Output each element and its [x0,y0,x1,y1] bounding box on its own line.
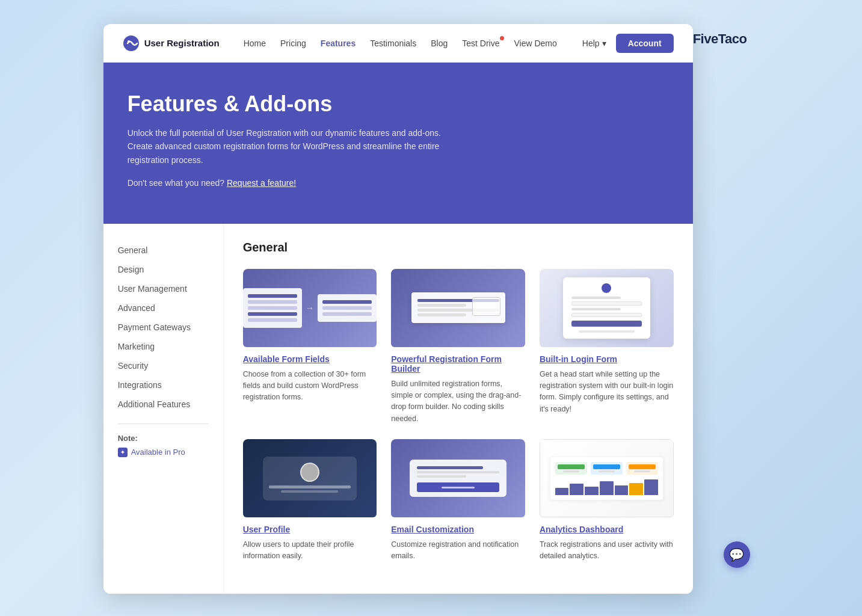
card-title-login-form[interactable]: Built-in Login Form [540,354,674,364]
card-desc-login-form: Get a head start while setting up the re… [540,369,674,416]
sidebar-pro-badge[interactable]: ✦ Available in Pro [118,448,209,457]
card-desc-form-builder: Build unlimited registration forms, simp… [391,378,525,425]
nav-home[interactable]: Home [244,38,266,48]
card-form-fields[interactable]: → Available Form Fields Choose from a co… [243,269,377,425]
test-drive-badge [500,36,504,40]
card-title-user-profile[interactable]: User Profile [243,525,377,534]
sidebar-item-payment-gateways[interactable]: Payment Gateways [118,318,209,337]
help-button[interactable]: Help ▾ [582,38,606,48]
card-image-form-fields: → [243,269,377,347]
main-window: User Registration Home Pricing Features … [103,24,693,594]
request-feature-link[interactable]: Request a feature! [227,178,296,188]
nav-features[interactable]: Features [321,38,356,48]
card-desc-form-fields: Choose from a collection of 30+ form fie… [243,369,377,404]
card-title-analytics[interactable]: Analytics Dashboard [540,525,674,534]
card-image-form-builder [391,269,525,347]
section-title: General [243,241,674,254]
svg-point-1 [128,40,130,43]
sidebar-item-user-management[interactable]: User Management [118,279,209,298]
card-title-form-builder[interactable]: Powerful Registration Form Builder [391,354,525,374]
fivetaco-brand: FiveTaco [693,24,759,49]
email-mock [391,439,525,517]
card-title-email[interactable]: Email Customization [391,525,525,534]
navbar: User Registration Home Pricing Features … [103,24,693,63]
nav-test-drive[interactable]: Test Drive [462,38,499,48]
logo-text: User Registration [144,38,220,48]
card-user-profile[interactable]: User Profile Allow users to update their… [243,439,377,562]
hero-section: Features & Add-ons Unlock the full poten… [103,63,693,224]
main-content: General → [224,224,693,594]
user-profile-mock [243,439,377,517]
arrow-icon: → [306,303,314,313]
card-image-login-form [540,269,674,347]
card-image-user-profile [243,439,377,517]
card-image-email [391,439,525,517]
nav-blog[interactable]: Blog [431,38,448,48]
card-form-builder[interactable]: Powerful Registration Form Builder Build… [391,269,525,425]
card-analytics[interactable]: Analytics Dashboard Track registrations … [540,439,674,562]
account-button[interactable]: Account [616,34,674,53]
sidebar-item-marketing[interactable]: Marketing [118,337,209,356]
sidebar-item-design[interactable]: Design [118,260,209,279]
sidebar-item-security[interactable]: Security [118,356,209,375]
card-email[interactable]: Email Customization Customize registrati… [391,439,525,562]
sidebar-item-general[interactable]: General [118,241,209,260]
card-image-analytics [540,439,674,517]
login-form-mock [540,269,674,347]
chat-icon: 💬 [729,547,744,562]
hero-note: Don't see what you need? Request a featu… [128,176,464,189]
sidebar-divider [118,424,209,424]
analytics-mock [540,440,673,517]
sidebar-item-additional-features[interactable]: Additional Features [118,395,209,414]
feature-cards-row-1: → Available Form Fields Choose from a co… [243,269,674,425]
card-desc-email: Customize registration and notification … [391,539,525,562]
form-builder-mock [391,269,525,347]
chevron-down-icon: ▾ [602,38,606,48]
nav-pricing[interactable]: Pricing [280,38,306,48]
chat-bubble-button[interactable]: 💬 [724,541,750,568]
card-desc-user-profile: Allow users to update their profile info… [243,539,377,562]
card-login-form[interactable]: Built-in Login Form Get a head start whi… [540,269,674,425]
navbar-right: Help ▾ Account [582,34,674,53]
field-list-mock [243,288,302,328]
nav-view-demo[interactable]: View Demo [514,38,556,48]
card-title-form-fields[interactable]: Available Form Fields [243,354,377,364]
nav-testimonials[interactable]: Testimonials [370,38,416,48]
nav-links: Home Pricing Features Testimonials Blog … [244,38,582,48]
hero-title: Features & Add-ons [128,91,669,117]
hero-description: Unlock the full potential of User Regist… [128,126,464,167]
sidebar: General Design User Management Advanced … [103,224,224,594]
feature-cards-row-2: User Profile Allow users to update their… [243,439,674,562]
sidebar-note: Note: [118,434,209,443]
login-logo-mock [602,283,611,293]
content-area: General Design User Management Advanced … [103,224,693,594]
card-desc-analytics: Track registrations and user activity wi… [540,539,674,562]
pro-icon: ✦ [118,448,128,457]
logo[interactable]: User Registration [123,35,220,52]
sidebar-item-integrations[interactable]: Integrations [118,375,209,395]
field-drop-mock [318,294,377,322]
sidebar-item-advanced[interactable]: Advanced [118,298,209,318]
